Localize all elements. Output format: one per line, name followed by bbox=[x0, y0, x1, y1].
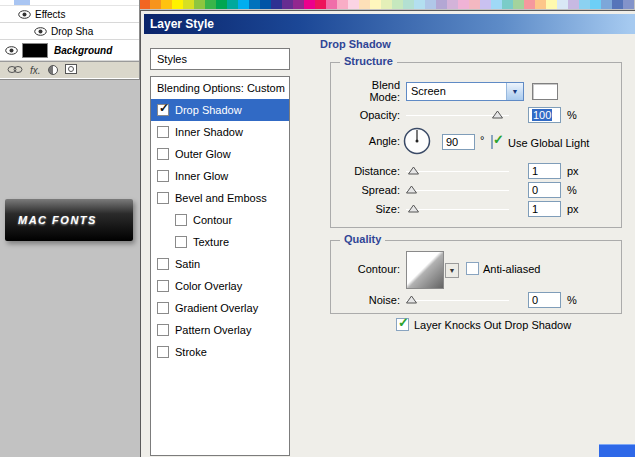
drop-shadow-checkbox[interactable]: ✓ bbox=[157, 104, 169, 116]
shadow-color-swatch[interactable] bbox=[532, 83, 558, 100]
color-swatch[interactable] bbox=[469, 0, 480, 9]
inner-shadow-checkbox[interactable] bbox=[157, 126, 169, 138]
gradient-overlay-checkbox[interactable] bbox=[157, 302, 169, 314]
color-swatch[interactable] bbox=[326, 0, 337, 9]
color-swatch[interactable] bbox=[238, 0, 249, 9]
use-global-light-checkbox[interactable]: ✓ bbox=[491, 135, 493, 149]
spread-slider[interactable] bbox=[406, 183, 509, 197]
color-swatch[interactable] bbox=[590, 0, 601, 9]
blend-mode-select[interactable]: Screen ▼ bbox=[406, 82, 524, 101]
angle-input[interactable]: 90 bbox=[442, 134, 475, 150]
satin-checkbox[interactable] bbox=[157, 258, 169, 270]
color-swatch[interactable] bbox=[458, 0, 469, 9]
color-swatch[interactable] bbox=[623, 0, 634, 9]
style-item-inner-glow[interactable]: Inner Glow bbox=[151, 165, 289, 187]
color-swatch[interactable] bbox=[194, 0, 205, 9]
color-swatch[interactable] bbox=[502, 0, 513, 9]
color-swatch[interactable] bbox=[370, 0, 381, 9]
color-swatch[interactable] bbox=[150, 0, 161, 9]
slider-thumb[interactable] bbox=[406, 295, 417, 304]
color-swatch[interactable] bbox=[161, 0, 172, 9]
style-item-color-overlay[interactable]: Color Overlay bbox=[151, 275, 289, 297]
color-swatches-strip[interactable] bbox=[117, 0, 634, 9]
distance-slider[interactable] bbox=[406, 164, 509, 178]
bevel-and-emboss-checkbox[interactable] bbox=[157, 192, 169, 204]
color-swatch[interactable] bbox=[491, 0, 502, 9]
color-swatch[interactable] bbox=[557, 0, 568, 9]
color-swatch[interactable] bbox=[601, 0, 612, 9]
color-swatch[interactable] bbox=[172, 0, 183, 9]
color-swatch[interactable] bbox=[447, 0, 458, 9]
style-item-stroke[interactable]: Stroke bbox=[151, 341, 289, 363]
color-swatch[interactable] bbox=[381, 0, 392, 9]
visibility-eye-icon[interactable] bbox=[5, 46, 18, 55]
contour-checkbox[interactable] bbox=[175, 214, 187, 226]
visibility-eye-icon[interactable] bbox=[34, 27, 47, 36]
color-overlay-checkbox[interactable] bbox=[157, 280, 169, 292]
noise-input[interactable]: 0 bbox=[528, 292, 561, 308]
style-item-contour[interactable]: Contour bbox=[151, 209, 289, 231]
color-swatch[interactable] bbox=[139, 0, 150, 9]
layer-thumbnail[interactable] bbox=[22, 43, 48, 58]
color-swatch[interactable] bbox=[293, 0, 304, 9]
color-swatch[interactable] bbox=[568, 0, 579, 9]
color-swatch[interactable] bbox=[546, 0, 557, 9]
slider-thumb[interactable] bbox=[408, 166, 419, 175]
style-item-texture[interactable]: Texture bbox=[151, 231, 289, 253]
color-swatch[interactable] bbox=[436, 0, 447, 9]
slider-thumb[interactable] bbox=[408, 204, 419, 213]
angle-dial[interactable] bbox=[403, 127, 431, 157]
opacity-slider[interactable] bbox=[406, 108, 509, 122]
chevron-down-icon[interactable]: ▼ bbox=[445, 263, 459, 278]
dialog-titlebar[interactable]: Layer Style bbox=[144, 14, 635, 34]
contour-picker[interactable] bbox=[406, 251, 444, 289]
inner-glow-checkbox[interactable] bbox=[157, 170, 169, 182]
color-swatch[interactable] bbox=[216, 0, 227, 9]
style-item-gradient-overlay[interactable]: Gradient Overlay bbox=[151, 297, 289, 319]
color-swatch[interactable] bbox=[282, 0, 293, 9]
layer-style-fx-icon[interactable]: fx. bbox=[30, 65, 41, 76]
style-item-blending-options[interactable]: Blending Options: Custom bbox=[151, 77, 289, 99]
color-swatch[interactable] bbox=[392, 0, 403, 9]
color-swatch[interactable] bbox=[425, 0, 436, 9]
adjustment-layer-icon[interactable] bbox=[48, 65, 58, 75]
spread-input[interactable]: 0 bbox=[528, 182, 561, 198]
layer-row-effects[interactable]: Effects bbox=[0, 6, 139, 23]
pattern-overlay-checkbox[interactable] bbox=[157, 324, 169, 336]
color-swatch[interactable] bbox=[260, 0, 271, 9]
link-layers-icon[interactable] bbox=[7, 64, 23, 76]
slider-thumb[interactable] bbox=[492, 110, 503, 119]
style-item-drop-shadow[interactable]: ✓ Drop Shadow bbox=[151, 99, 289, 121]
color-swatch[interactable] bbox=[304, 0, 315, 9]
visibility-eye-icon[interactable] bbox=[18, 10, 31, 19]
color-swatch[interactable] bbox=[524, 0, 535, 9]
size-slider[interactable] bbox=[406, 202, 509, 216]
slider-thumb[interactable] bbox=[406, 185, 417, 194]
color-swatch[interactable] bbox=[535, 0, 546, 9]
color-swatch[interactable] bbox=[249, 0, 260, 9]
color-swatch[interactable] bbox=[359, 0, 370, 9]
color-swatch[interactable] bbox=[579, 0, 590, 9]
stroke-checkbox[interactable] bbox=[157, 346, 169, 358]
style-item-bevel-and-emboss[interactable]: Bevel and Emboss bbox=[151, 187, 289, 209]
layer-row-background[interactable]: Background bbox=[0, 40, 139, 61]
texture-checkbox[interactable] bbox=[175, 236, 187, 248]
color-swatch[interactable] bbox=[414, 0, 425, 9]
layer-row-drop-shadow[interactable]: Drop Sha bbox=[0, 23, 139, 40]
color-swatch[interactable] bbox=[337, 0, 348, 9]
chevron-down-icon[interactable]: ▼ bbox=[506, 83, 523, 100]
style-item-outer-glow[interactable]: Outer Glow bbox=[151, 143, 289, 165]
anti-aliased-checkbox[interactable] bbox=[466, 262, 479, 275]
style-item-pattern-overlay[interactable]: Pattern Overlay bbox=[151, 319, 289, 341]
layer-knocks-out-checkbox[interactable]: ✓ bbox=[396, 318, 409, 331]
color-swatch[interactable] bbox=[271, 0, 282, 9]
color-swatch[interactable] bbox=[348, 0, 359, 9]
color-swatch[interactable] bbox=[403, 0, 414, 9]
color-swatch[interactable] bbox=[227, 0, 238, 9]
noise-slider[interactable] bbox=[406, 293, 509, 307]
color-swatch[interactable] bbox=[480, 0, 491, 9]
distance-input[interactable]: 1 bbox=[528, 163, 561, 179]
size-input[interactable]: 1 bbox=[528, 201, 561, 217]
outer-glow-checkbox[interactable] bbox=[157, 148, 169, 160]
opacity-input[interactable]: 100 bbox=[528, 107, 561, 123]
